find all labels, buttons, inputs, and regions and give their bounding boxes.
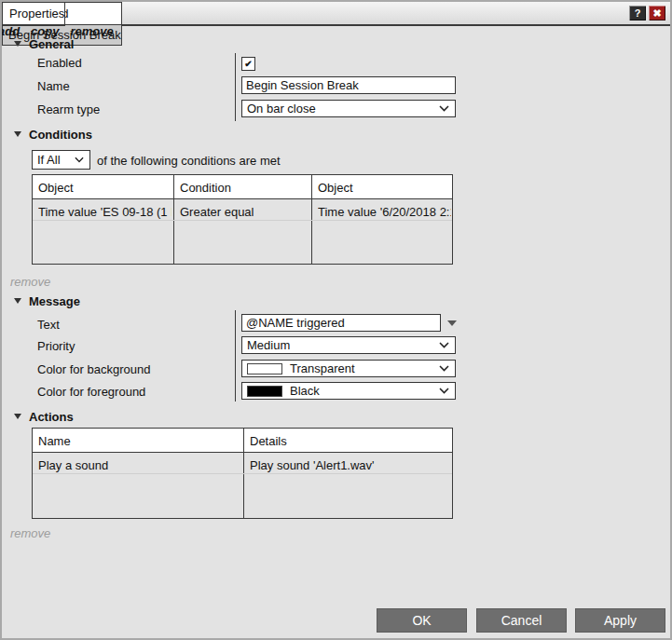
actions-header-details: Details xyxy=(250,434,287,448)
ok-button[interactable]: OK xyxy=(377,608,467,633)
properties-panel: Properties General Enabled ✔ Name Rearm … xyxy=(2,2,65,26)
conditions-table: Object Condition Object Time value 'ES 0… xyxy=(32,174,453,265)
alert-add-link[interactable]: add xyxy=(0,24,20,38)
rearm-type-value: On bar close xyxy=(247,102,316,116)
apply-button[interactable]: Apply xyxy=(575,608,665,633)
color-foreground-dropdown[interactable]: Black xyxy=(241,382,456,400)
alerts-dialog: Alerts ? ✖ Configured Begin Session Brea… xyxy=(0,0,672,640)
message-section-header[interactable]: Message xyxy=(14,294,80,307)
close-icon: ✖ xyxy=(652,7,661,20)
chevron-down-icon xyxy=(439,105,449,112)
color-background-value: Transparent xyxy=(290,361,355,375)
actions-header-name: Name xyxy=(38,434,71,448)
check-icon: ✔ xyxy=(244,60,252,69)
rearm-type-dropdown[interactable]: On bar close xyxy=(241,100,456,117)
name-label: Name xyxy=(37,79,70,93)
action-remove-link: remove xyxy=(10,526,50,540)
condition-match-dropdown[interactable]: If All xyxy=(32,150,90,170)
collapse-arrow-icon xyxy=(14,41,21,47)
enabled-label: Enabled xyxy=(37,56,82,70)
actions-section-header[interactable]: Actions xyxy=(14,410,74,423)
conditions-header-condition: Condition xyxy=(180,181,231,195)
black-swatch-icon xyxy=(247,386,282,397)
general-section-header[interactable]: General xyxy=(14,37,74,50)
name-input[interactable] xyxy=(241,76,456,94)
condition-remove-link: remove xyxy=(10,275,50,289)
message-section-title: Message xyxy=(29,294,80,308)
text-variables-dropdown-icon[interactable] xyxy=(447,320,457,326)
chevron-down-icon xyxy=(439,365,449,372)
general-section-title: General xyxy=(29,37,74,51)
chevron-down-icon xyxy=(439,342,449,348)
alert-remove-link[interactable]: remove xyxy=(70,24,113,38)
condition-match-suffix: of the following conditions are met xyxy=(97,154,281,168)
priority-dropdown[interactable]: Medium xyxy=(241,336,456,354)
color-background-dropdown[interactable]: Transparent xyxy=(241,360,456,377)
help-icon: ? xyxy=(635,7,641,19)
cancel-button[interactable]: Cancel xyxy=(476,608,567,633)
condition-cell-object1[interactable]: Time value 'ES 09-18 (1 M xyxy=(38,205,171,219)
transparent-swatch-icon xyxy=(247,363,282,374)
actions-section-title: Actions xyxy=(29,410,74,424)
help-button[interactable]: ? xyxy=(629,6,646,20)
message-divider xyxy=(235,310,236,402)
color-foreground-label: Color for foreground xyxy=(37,385,145,399)
enabled-checkbox[interactable]: ✔ xyxy=(241,57,255,71)
chevron-down-icon xyxy=(75,157,84,163)
condition-match-value: If All xyxy=(37,153,61,167)
conditions-section-title: Conditions xyxy=(29,128,92,142)
collapse-arrow-icon xyxy=(14,298,21,304)
actions-actions: add edit remove xyxy=(0,526,50,540)
condition-cell-condition[interactable]: Greater equal xyxy=(180,205,309,219)
conditions-section-header[interactable]: Conditions xyxy=(14,128,92,141)
row-separator xyxy=(33,220,452,221)
conditions-header-object2: Object xyxy=(318,181,353,195)
condition-cell-object2[interactable]: Time value '6/20/2018 2:1 xyxy=(318,205,451,219)
conditions-header-object1: Object xyxy=(38,181,74,195)
properties-header: Properties xyxy=(3,3,64,25)
action-cell-name[interactable]: Play a sound xyxy=(38,458,241,472)
message-text-input[interactable] xyxy=(241,314,441,332)
message-text-label: Text xyxy=(37,318,60,332)
priority-label: Priority xyxy=(37,339,75,353)
priority-value: Medium xyxy=(247,338,290,352)
action-cell-details[interactable]: Play sound 'Alert1.wav' xyxy=(250,458,451,472)
color-foreground-value: Black xyxy=(290,384,320,398)
rearm-type-label: Rearm type xyxy=(37,102,100,116)
conditions-actions: add edit remove xyxy=(0,275,50,289)
color-background-label: Color for background xyxy=(37,362,150,376)
collapse-arrow-icon xyxy=(14,131,21,137)
collapse-arrow-icon xyxy=(14,414,21,419)
general-divider xyxy=(235,53,236,121)
actions-table: Name Details Play a sound Play sound 'Al… xyxy=(32,428,453,519)
chevron-down-icon xyxy=(439,388,449,394)
row-separator xyxy=(33,473,452,474)
close-button[interactable]: ✖ xyxy=(649,6,665,20)
